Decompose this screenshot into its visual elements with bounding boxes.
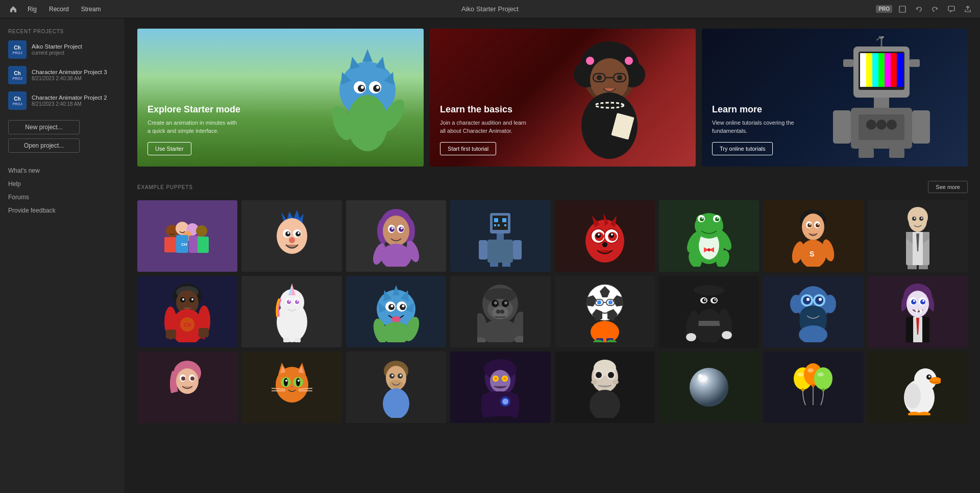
- svg-rect-0: [899, 6, 905, 12]
- record-menu[interactable]: Record: [44, 3, 74, 16]
- puppet-card-duck[interactable]: [868, 351, 968, 423]
- svg-point-262: [913, 300, 915, 302]
- puppet-card-aiko[interactable]: [346, 276, 446, 347]
- svg-rect-100: [479, 240, 487, 260]
- svg-point-304: [494, 377, 497, 380]
- svg-point-22: [586, 57, 594, 65]
- svg-point-326: [801, 388, 804, 391]
- stream-menu[interactable]: Stream: [76, 3, 106, 16]
- puppet-card-skull[interactable]: [555, 351, 655, 423]
- svg-point-285: [298, 380, 300, 382]
- svg-point-102: [585, 220, 624, 263]
- puppet-card-sphere[interactable]: [659, 351, 759, 423]
- rig-menu[interactable]: Rig: [22, 3, 42, 16]
- online-tutorials-button[interactable]: Try online tutorials: [712, 142, 773, 155]
- project-item-aiko[interactable]: Ch PROJ Aiko Starter Project current pro…: [8, 40, 116, 59]
- svg-rect-46: [843, 59, 853, 67]
- resize-icon[interactable]: [896, 3, 909, 15]
- svg-marker-3: [362, 49, 373, 62]
- svg-point-196: [391, 316, 401, 322]
- puppet-card-gorilla[interactable]: [450, 276, 550, 347]
- svg-point-114: [602, 242, 607, 247]
- project-icon-label: Ch: [14, 45, 20, 51]
- hero-title-explore: Explore Starter mode: [148, 104, 413, 115]
- share-icon[interactable]: [962, 3, 974, 15]
- home-button[interactable]: [6, 2, 20, 16]
- puppet-card-man[interactable]: [346, 351, 446, 423]
- svg-point-301: [490, 370, 510, 392]
- puppet-card-robot-blue[interactable]: [450, 200, 550, 272]
- puppet-card-boy[interactable]: [241, 200, 341, 272]
- puppet-card-purple-hero[interactable]: [450, 351, 550, 423]
- use-starter-button[interactable]: Use Starter: [148, 142, 191, 155]
- svg-point-132: [707, 248, 710, 251]
- puppet-card-group[interactable]: CH: [137, 200, 237, 272]
- redo-icon[interactable]: [929, 3, 941, 15]
- sidebar-link-whats-new[interactable]: What's new: [8, 167, 116, 174]
- puppet-card-superhero[interactable]: CH: [137, 276, 237, 347]
- puppet-card-pink-hair[interactable]: [137, 351, 237, 423]
- svg-point-322: [814, 367, 832, 390]
- puppet-card-girl-orange[interactable]: S: [763, 200, 863, 272]
- puppet-card-frog[interactable]: [659, 200, 759, 272]
- svg-rect-182: [283, 338, 289, 342]
- puppet-card-business[interactable]: [868, 200, 968, 272]
- puppet-card-vampire[interactable]: [868, 276, 968, 347]
- svg-point-328: [822, 388, 825, 391]
- svg-point-208: [494, 301, 497, 304]
- puppet-card-girl-purple[interactable]: [346, 200, 446, 272]
- project-name-aiko: Aiko Starter Project: [32, 43, 82, 50]
- svg-rect-170: [166, 330, 176, 339]
- svg-point-295: [391, 374, 394, 377]
- svg-point-74: [298, 232, 300, 234]
- see-more-button[interactable]: See more: [928, 181, 968, 193]
- hero-desc-more: View online tutorials covering the funda…: [712, 119, 804, 135]
- sidebar-links: What's new Help Forums Provide feedback: [8, 167, 116, 214]
- svg-rect-37: [866, 53, 872, 87]
- project-icon-sub-3: PROJ: [12, 77, 22, 80]
- svg-point-29: [617, 75, 622, 80]
- project-icon-label-3: Ch: [14, 71, 20, 76]
- menubar-right: PRO: [876, 3, 974, 15]
- start-tutorial-button[interactable]: Start first tutorial: [440, 142, 496, 155]
- svg-rect-42: [897, 53, 903, 87]
- puppet-card-unicorn[interactable]: [241, 276, 341, 347]
- puppet-card-soccer[interactable]: [555, 276, 655, 347]
- main-layout: RECENT PROJECTS Ch PROJ Aiko Starter Pro…: [0, 18, 980, 493]
- open-project-button[interactable]: Open project...: [8, 138, 80, 153]
- svg-rect-240: [696, 321, 722, 326]
- svg-point-316: [590, 390, 620, 418]
- sidebar-link-help[interactable]: Help: [8, 180, 116, 187]
- svg-rect-97: [487, 240, 513, 263]
- svg-rect-1: [948, 6, 954, 11]
- svg-rect-36: [860, 53, 866, 87]
- svg-point-246: [790, 295, 802, 313]
- puppet-card-ninja[interactable]: [659, 276, 759, 347]
- svg-point-324: [807, 368, 814, 372]
- puppet-card-monster-red[interactable]: [555, 200, 655, 272]
- svg-rect-38: [872, 53, 878, 87]
- svg-rect-66: [198, 237, 209, 253]
- svg-point-325: [818, 372, 824, 377]
- svg-point-226: [591, 321, 619, 342]
- svg-point-181: [297, 300, 298, 302]
- project-icon-aiko: Ch PROJ: [8, 40, 27, 59]
- puppet-card-balloons[interactable]: [763, 351, 863, 423]
- project-icon-proj2: Ch PROJ: [8, 91, 27, 110]
- hero-card-basics: Learn the basics Join a character auditi…: [430, 29, 696, 167]
- chat-icon[interactable]: [945, 3, 958, 15]
- project-item-proj2[interactable]: Ch PROJ Character Animator Project 2 8/2…: [8, 91, 116, 110]
- new-project-button[interactable]: New project...: [8, 120, 80, 134]
- puppet-card-troll[interactable]: [763, 276, 863, 347]
- hero-banners: Explore Starter mode Create an animation…: [137, 29, 968, 167]
- svg-point-23: [625, 57, 633, 65]
- svg-point-113: [611, 233, 613, 236]
- sidebar-link-forums[interactable]: Forums: [8, 194, 116, 201]
- undo-icon[interactable]: [913, 3, 925, 15]
- svg-point-313: [608, 372, 614, 378]
- project-item-proj3[interactable]: Ch PROJ Character Animator Project 3 8/2…: [8, 66, 116, 84]
- content-area: Explore Starter mode Create an animation…: [125, 18, 980, 493]
- puppet-card-cat-orange[interactable]: [241, 351, 341, 423]
- svg-point-273: [181, 377, 185, 381]
- sidebar-link-feedback[interactable]: Provide feedback: [8, 207, 116, 214]
